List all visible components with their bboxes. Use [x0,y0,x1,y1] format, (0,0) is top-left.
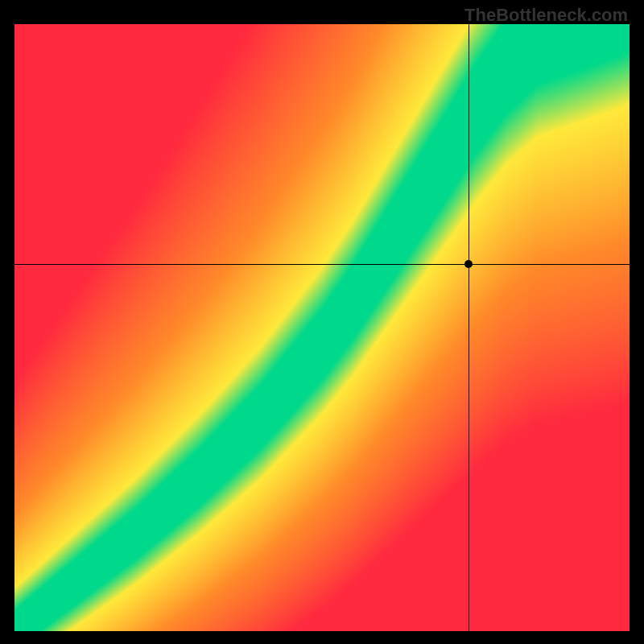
watermark-text: TheBottleneck.com [464,5,628,26]
heatmap-canvas [14,24,630,631]
heatmap-plot [14,24,630,631]
crosshair-vertical [469,24,469,631]
data-point-marker [464,260,473,268]
crosshair-horizontal [14,264,630,265]
